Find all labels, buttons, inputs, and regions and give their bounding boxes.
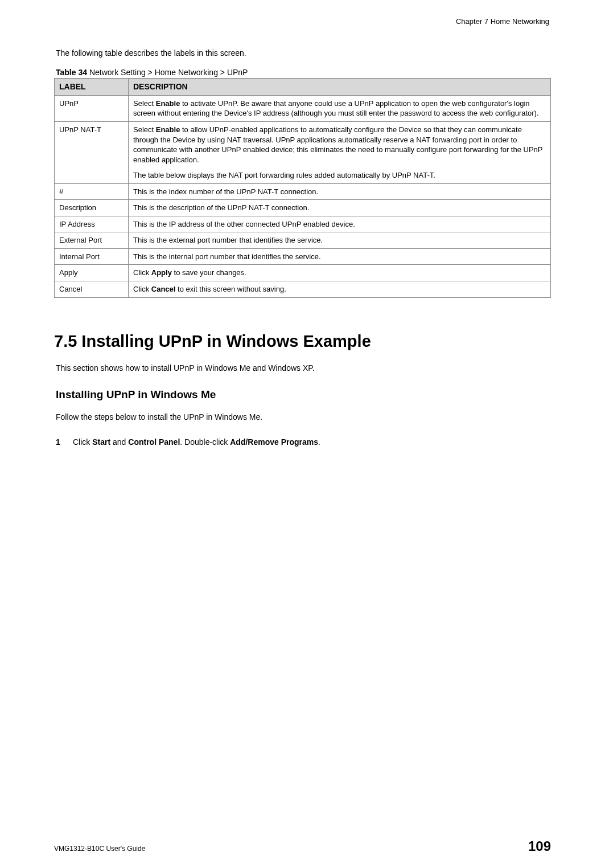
table-row: #This is the index number of the UPnP NA… <box>55 183 551 200</box>
table-header-description: DESCRIPTION <box>129 79 551 96</box>
subsection-intro: Follow the steps below to install the UP… <box>56 412 551 421</box>
step-text: Click Start and Control Panel. Double-cl… <box>73 437 320 447</box>
table-row: Internal PortThis is the internal port n… <box>55 248 551 265</box>
table-cell-label: UPnP NAT-T <box>55 121 129 183</box>
table-cell-description: This is the IP address of the other conn… <box>129 216 551 232</box>
table-cell-description: This is the external port number that id… <box>129 232 551 249</box>
table-cell-description: Click Apply to save your changes. <box>129 265 551 281</box>
section-intro: This section shows how to install UPnP i… <box>56 363 551 372</box>
table-row: IP AddressThis is the IP address of the … <box>55 216 551 232</box>
table-header-label: LABEL <box>55 79 129 96</box>
table-cell-label: Apply <box>55 265 129 281</box>
footer-page-number: 109 <box>528 838 551 854</box>
step-1: 1Click Start and Control Panel. Double-c… <box>56 437 551 447</box>
table-caption-text: Network Setting > Home Networking > UPnP <box>87 68 248 77</box>
table-row: UPnP NAT-TSelect Enable to allow UPnP-en… <box>55 121 551 183</box>
table-cell-description: This is the internal port number that id… <box>129 248 551 265</box>
table-caption: Table 34 Network Setting > Home Networki… <box>56 68 551 77</box>
table-row: CancelClick Cancel to exit this screen w… <box>55 281 551 298</box>
table-caption-label: Table 34 <box>56 68 87 77</box>
table-row: ApplyClick Apply to save your changes. <box>55 265 551 281</box>
table-cell-description: This is the index number of the UPnP NAT… <box>129 183 551 200</box>
footer-guide-title: VMG1312-B10C User's Guide <box>54 845 145 853</box>
intro-text: The following table describes the labels… <box>56 48 551 58</box>
subsection-heading: Installing UPnP in Windows Me <box>56 388 551 401</box>
table-row: External PortThis is the external port n… <box>55 232 551 249</box>
table-cell-description: Select Enable to allow UPnP-enabled appl… <box>129 121 551 183</box>
table-cell-label: UPnP <box>55 95 129 121</box>
table-cell-label: Internal Port <box>55 248 129 265</box>
table-cell-description: Click Cancel to exit this screen without… <box>129 281 551 298</box>
label-description-table: LABEL DESCRIPTION UPnPSelect Enable to a… <box>54 78 551 298</box>
chapter-header: Chapter 7 Home Networking <box>54 17 551 26</box>
table-cell-label: External Port <box>55 232 129 249</box>
table-cell-description: Select Enable to activate UPnP. Be aware… <box>129 95 551 121</box>
table-row: DescriptionThis is the description of th… <box>55 200 551 216</box>
table-cell-label: IP Address <box>55 216 129 232</box>
table-cell-label: # <box>55 183 129 200</box>
table-cell-label: Description <box>55 200 129 216</box>
section-heading: 7.5 Installing UPnP in Windows Example <box>54 332 551 351</box>
table-cell-label: Cancel <box>55 281 129 298</box>
step-number: 1 <box>56 437 73 447</box>
table-cell-description: This is the description of the UPnP NAT-… <box>129 200 551 216</box>
table-row: UPnPSelect Enable to activate UPnP. Be a… <box>55 95 551 121</box>
